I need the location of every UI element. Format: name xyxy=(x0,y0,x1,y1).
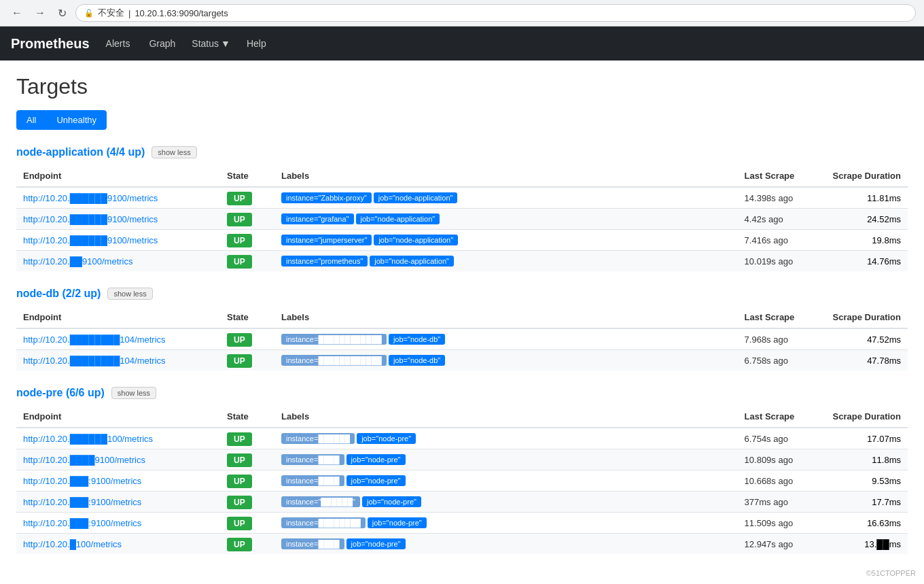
col-header-labels: Labels xyxy=(274,307,738,328)
target-table-node-db: EndpointStateLabelsLast ScrapeScrape Dur… xyxy=(16,307,908,371)
label-badge[interactable]: instance=████ xyxy=(281,475,344,486)
label-badge[interactable]: instance=████ xyxy=(281,454,344,465)
label-badge[interactable]: job="node-application" xyxy=(374,192,458,203)
col-header-state: State xyxy=(220,406,274,428)
endpoint-cell: http://10.20.██████9100/metrics xyxy=(16,187,220,209)
endpoint-link[interactable]: http://10.20.███:9100/metrics xyxy=(23,518,141,528)
endpoint-link[interactable]: http://10.20.█100/metrics xyxy=(23,539,122,549)
endpoint-cell: http://10.20.██████9100/metrics xyxy=(16,230,220,251)
scrape-duration-cell: 47.52ms xyxy=(826,328,908,350)
label-badge[interactable]: job="node-pre" xyxy=(346,538,406,549)
label-badge[interactable]: job="node-pre" xyxy=(346,475,406,486)
endpoint-link[interactable]: http://10.20.██████9100/metrics xyxy=(23,214,158,224)
col-header-last-scrape: Last Scrape xyxy=(738,307,826,328)
last-scrape-cell: 10.809s ago xyxy=(738,449,826,470)
nav-status-label: Status xyxy=(192,38,219,49)
scrape-duration-cell: 47.78ms xyxy=(826,350,908,371)
status-badge: UP xyxy=(227,192,252,205)
endpoint-link[interactable]: http://10.20.███:9100/metrics xyxy=(23,497,141,507)
state-cell: UP xyxy=(220,534,274,555)
label-badge[interactable]: instance="grafana" xyxy=(281,213,354,224)
label-badge[interactable]: job="node-application" xyxy=(374,235,458,245)
status-badge: UP xyxy=(227,517,252,530)
state-cell: UP xyxy=(220,428,274,449)
table-row: http://10.20.██████9100/metricsUPinstanc… xyxy=(16,230,908,251)
label-badge[interactable]: job="node-pre" xyxy=(346,454,406,465)
page-title: Targets xyxy=(16,74,908,99)
label-badge[interactable]: instance=████████████ xyxy=(281,355,387,366)
state-cell: UP xyxy=(220,513,274,534)
address-bar[interactable]: 🔓 不安全 | 10.20.1.63:9090/targets xyxy=(75,4,916,22)
target-table-node-pre: EndpointStateLabelsLast ScrapeScrape Dur… xyxy=(16,406,908,554)
label-badge[interactable]: job="node-db" xyxy=(389,355,445,366)
show-less-button-node-application[interactable]: show less xyxy=(152,146,196,158)
label-badge[interactable]: instance=██████ xyxy=(281,433,355,444)
labels-cell: instance=████████job="node-pre" xyxy=(274,513,738,534)
label-badge[interactable]: instance="██████" xyxy=(281,496,360,507)
label-badge[interactable]: instance="jumperserver" xyxy=(281,235,372,245)
status-badge: UP xyxy=(227,333,252,347)
state-cell: UP xyxy=(220,209,274,230)
label-badge[interactable]: job="node-application" xyxy=(370,256,454,267)
filter-unhealthy-button[interactable]: Unhealthy xyxy=(46,110,107,130)
label-badge[interactable]: job="node-pre" xyxy=(368,517,427,528)
scrape-duration-cell: 9.53ms xyxy=(826,470,908,492)
endpoint-link[interactable]: http://10.20.██9100/metrics xyxy=(23,256,133,267)
status-badge: UP xyxy=(227,475,252,488)
label-badge[interactable]: job="node-db" xyxy=(389,334,445,345)
col-header-scrape-duration: Scrape Duration xyxy=(826,307,908,328)
col-header-last-scrape: Last Scrape xyxy=(738,165,826,187)
state-cell: UP xyxy=(220,449,274,470)
endpoint-link[interactable]: http://10.20.████████104/metrics xyxy=(23,356,166,366)
last-scrape-cell: 377ms ago xyxy=(738,492,826,513)
scrape-duration-cell: 17.7ms xyxy=(826,492,908,513)
nav-help[interactable]: Help xyxy=(244,34,269,53)
label-badge[interactable]: job="node-pre" xyxy=(362,496,421,507)
col-header-state: State xyxy=(220,307,274,328)
main-content: Targets All Unhealthy node-application (… xyxy=(0,61,924,584)
endpoint-link[interactable]: http://10.20.██████100/metrics xyxy=(23,434,153,444)
nav-alerts[interactable]: Alerts xyxy=(103,34,133,53)
label-badge[interactable]: instance="Zabbix-proxy" xyxy=(281,192,372,203)
endpoint-link[interactable]: http://10.20.████9100/metrics xyxy=(23,455,145,465)
scrape-duration-cell: 11.81ms xyxy=(826,187,908,209)
labels-cell: instance=████████████job="node-db" xyxy=(274,350,738,371)
labels-cell: instance=████job="node-pre" xyxy=(274,449,738,470)
last-scrape-cell: 14.398s ago xyxy=(738,187,826,209)
label-badge[interactable]: job="node-pre" xyxy=(357,433,416,444)
last-scrape-cell: 6.758s ago xyxy=(738,350,826,371)
endpoint-link[interactable]: http://10.20.████████104/metrics xyxy=(23,334,166,345)
table-row: http://10.20.███:9100/metricsUPinstance=… xyxy=(16,492,908,513)
status-badge: UP xyxy=(227,234,252,247)
navbar-brand[interactable]: Prometheus xyxy=(11,36,90,52)
back-button[interactable]: ← xyxy=(8,5,26,20)
col-header-endpoint: Endpoint xyxy=(16,307,220,328)
label-badge[interactable]: instance=████ xyxy=(281,538,344,549)
state-cell: UP xyxy=(220,230,274,251)
endpoint-link[interactable]: http://10.20.██████9100/metrics xyxy=(23,235,158,245)
forward-button[interactable]: → xyxy=(31,5,49,20)
filter-buttons: All Unhealthy xyxy=(16,110,908,130)
endpoint-link[interactable]: http://10.20.███:9100/metrics xyxy=(23,476,141,486)
label-badge[interactable]: instance=████████ xyxy=(281,517,366,528)
labels-cell: instance="Zabbix-proxy"job="node-applica… xyxy=(274,187,738,209)
status-badge: UP xyxy=(227,255,252,269)
table-row: http://10.20.███:9100/metricsUPinstance=… xyxy=(16,513,908,534)
show-less-button-node-db[interactable]: show less xyxy=(107,288,152,300)
group-title-node-pre: node-pre (6/6 up) xyxy=(16,387,105,399)
filter-all-button[interactable]: All xyxy=(16,110,46,130)
scrape-duration-cell: 11.8ms xyxy=(826,449,908,470)
reload-button[interactable]: ↻ xyxy=(54,5,70,21)
label-badge[interactable]: instance=████████████ xyxy=(281,334,387,345)
labels-cell: instance="grafana"job="node-application" xyxy=(274,209,738,230)
label-badge[interactable]: job="node-application" xyxy=(356,213,440,224)
endpoint-link[interactable]: http://10.20.██████9100/metrics xyxy=(23,193,158,203)
label-badge[interactable]: instance="prometheus" xyxy=(281,256,368,267)
show-less-button-node-pre[interactable]: show less xyxy=(111,387,156,399)
nav-graph[interactable]: Graph xyxy=(146,34,178,53)
col-header-scrape-duration: Scrape Duration xyxy=(826,406,908,428)
nav-status-dropdown[interactable]: Status ▼ xyxy=(192,38,230,49)
labels-cell: instance=██████job="node-pre" xyxy=(274,428,738,449)
group-title-node-db: node-db (2/2 up) xyxy=(16,288,101,300)
security-icon: 🔓 xyxy=(84,9,94,18)
